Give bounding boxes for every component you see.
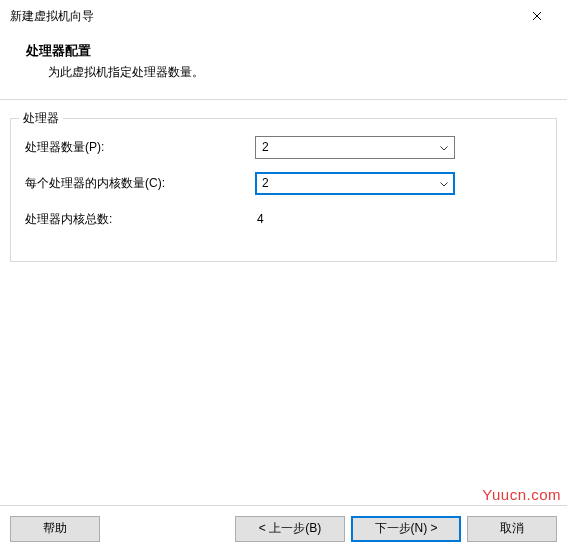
label-cores-per-processor: 每个处理器的内核数量(C): [25,175,255,192]
close-icon [532,9,542,24]
row-cores-per-processor: 每个处理器的内核数量(C): 2 [25,171,542,195]
label-total-cores: 处理器内核总数: [25,211,255,228]
page-subtitle: 为此虚拟机指定处理器数量。 [26,64,541,81]
chevron-down-icon [440,142,448,153]
cancel-button[interactable]: 取消 [467,516,557,542]
chevron-down-icon [440,178,448,189]
close-button[interactable] [517,2,557,30]
content-area: 处理器 处理器数量(P): 2 每个处理器的内核数量(C): 2 处理器内核总数… [0,100,567,480]
footer-bar: 帮助 < 上一步(B) 下一步(N) > 取消 [0,505,567,551]
value-total-cores: 4 [255,212,264,226]
processor-group: 处理器 处理器数量(P): 2 每个处理器的内核数量(C): 2 处理器内核总数… [10,118,557,262]
row-total-cores: 处理器内核总数: 4 [25,207,542,231]
row-processor-count: 处理器数量(P): 2 [25,135,542,159]
dropdown-cores-per-processor[interactable]: 2 [255,172,455,195]
wizard-header: 处理器配置 为此虚拟机指定处理器数量。 [0,32,567,99]
label-processor-count: 处理器数量(P): [25,139,255,156]
window-title: 新建虚拟机向导 [10,8,94,25]
back-button[interactable]: < 上一步(B) [235,516,345,542]
next-button[interactable]: 下一步(N) > [351,516,461,542]
dropdown-processor-count[interactable]: 2 [255,136,455,159]
title-bar: 新建虚拟机向导 [0,0,567,32]
help-button[interactable]: 帮助 [10,516,100,542]
dropdown-cores-per-processor-value: 2 [262,176,269,190]
watermark: Yuucn.com [482,486,561,503]
group-legend: 处理器 [19,110,63,127]
page-title: 处理器配置 [26,42,541,60]
dropdown-processor-count-value: 2 [262,140,269,154]
